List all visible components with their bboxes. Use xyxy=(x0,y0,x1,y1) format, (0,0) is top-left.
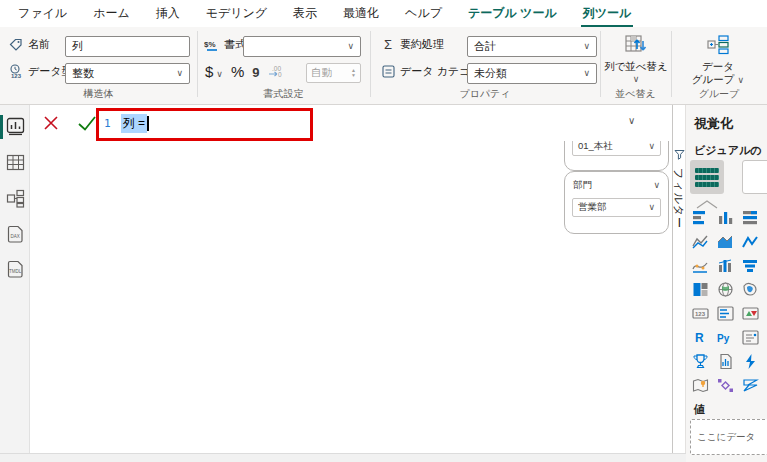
line-chart-icon[interactable] xyxy=(688,229,713,253)
column-name-input[interactable]: 列 xyxy=(65,36,190,57)
filter-pane-label: フィルター xyxy=(671,168,686,229)
chevron-down-icon: ∨ xyxy=(583,69,590,78)
svg-text:123: 123 xyxy=(11,73,22,79)
clustered-column-chart-icon[interactable] xyxy=(713,205,738,229)
visual-type-gallery: 123RPy xyxy=(688,205,767,397)
arcgis-map-icon[interactable] xyxy=(688,373,713,397)
auto-value: 自動 xyxy=(311,66,332,80)
stacked-bar-100-chart-icon[interactable] xyxy=(738,205,763,229)
decomposition-tree-icon[interactable] xyxy=(713,373,738,397)
name-label: 名前 xyxy=(28,37,50,52)
commit-formula-button[interactable] xyxy=(77,114,95,132)
datatype-select[interactable]: 整数 ∨ xyxy=(65,63,190,84)
svg-text:$%: $% xyxy=(204,40,216,49)
ribbon-tab-表示[interactable]: 表示 xyxy=(293,5,317,22)
chevron-down-icon: ∨ xyxy=(738,75,745,85)
model-view-button[interactable] xyxy=(6,189,25,208)
currency-format-button[interactable]: $∨ xyxy=(205,63,223,80)
funnel-chart-icon[interactable] xyxy=(738,253,763,277)
formula-bar-expand-chevron[interactable]: ∨ xyxy=(628,115,635,126)
chevron-down-icon: ∨ xyxy=(648,203,655,212)
tmdl-view-button[interactable]: TMDL xyxy=(6,260,25,279)
decimal-auto-spinner[interactable]: 自動 ▲▼ xyxy=(306,63,361,83)
slicer-visual-department[interactable]: 部門 ∨ 営業部 ∨ xyxy=(564,171,669,234)
stacked-area-chart-icon[interactable] xyxy=(738,229,763,253)
q-and-a-icon[interactable] xyxy=(688,349,713,373)
svg-text:R: R xyxy=(695,331,704,345)
python-visual-icon[interactable]: Py xyxy=(713,325,738,349)
format-visual-tab[interactable] xyxy=(742,160,767,194)
slicer-value: 営業部 xyxy=(578,201,607,214)
svg-text:TMDL: TMDL xyxy=(9,269,22,274)
properties-group-label: プロパティ xyxy=(370,87,600,101)
summarization-row: Σ 要約処理 xyxy=(380,37,444,52)
chevron-down-icon: ∨ xyxy=(176,69,183,78)
chevron-down-icon: ∨ xyxy=(347,42,354,51)
thousands-separator-button[interactable]: 9 xyxy=(252,65,259,80)
dax-query-view-button[interactable]: DAX xyxy=(6,225,25,244)
combo-chart-icon[interactable] xyxy=(688,253,713,277)
report-view-button[interactable] xyxy=(6,117,25,136)
formula-line-number: 1 xyxy=(104,117,111,130)
ribbon-tab-ヘルプ[interactable]: ヘルプ xyxy=(405,5,442,22)
sort-by-column-icon xyxy=(624,33,648,60)
decimal-places-icon[interactable]: .000 xyxy=(268,64,286,80)
build-visual-tab-selected[interactable] xyxy=(690,160,724,194)
table-view-button[interactable] xyxy=(6,153,25,172)
tag-icon xyxy=(8,38,24,52)
sort-by-column-button[interactable]: 列で並べ替え ∨ xyxy=(602,33,670,84)
formula-expression-selected: 列 = xyxy=(121,114,147,133)
datatype-value: 整数 xyxy=(72,66,94,81)
field-well-placeholder: ここにデータ xyxy=(697,431,755,444)
chevron-down-icon: ∨ xyxy=(653,181,660,190)
slicer-value: 01_本社 xyxy=(578,140,613,153)
stacked-bar-chart-icon[interactable] xyxy=(688,205,713,229)
area-chart-icon[interactable] xyxy=(713,229,738,253)
filter-funnel-icon[interactable] xyxy=(674,146,685,164)
slicer-dropdown[interactable]: 営業部 ∨ xyxy=(572,198,661,217)
summarization-select[interactable]: 合計 ∨ xyxy=(467,36,597,57)
waterfall-chart-icon[interactable] xyxy=(713,253,738,277)
data-category-select[interactable]: 未分類 ∨ xyxy=(467,63,597,84)
chevron-down-icon: ∨ xyxy=(633,75,640,84)
data-category-icon xyxy=(380,65,396,78)
power-apps-icon[interactable] xyxy=(738,373,763,397)
ribbon-tab-モデリング[interactable]: モデリング xyxy=(206,5,267,22)
power-automate-icon[interactable] xyxy=(738,349,763,373)
spinner-arrows-icon[interactable]: ▲▼ xyxy=(351,68,356,79)
formula-editor[interactable]: 1 列 = xyxy=(98,110,664,137)
multi-row-card-icon[interactable] xyxy=(713,301,738,325)
ribbon-tab-ファイル[interactable]: ファイル xyxy=(18,5,67,22)
cancel-formula-button[interactable] xyxy=(42,114,60,132)
ribbon-tab-テーブル ツール[interactable]: テーブル ツール xyxy=(468,5,557,22)
report-canvas[interactable]: 拠点 ∨ 01_本社 ∨ 部門 ∨ 営業部 ∨ xyxy=(30,105,672,453)
data-groups-label-line2: グループ ∨ xyxy=(692,73,744,86)
svg-text:123: 123 xyxy=(695,311,706,317)
values-field-well[interactable]: ここにデータ xyxy=(690,419,767,455)
treemap-icon[interactable] xyxy=(688,277,713,301)
key-influencers-icon[interactable] xyxy=(738,325,763,349)
ribbon-tab-最適化[interactable]: 最適化 xyxy=(343,5,379,22)
data-groups-label-line1: データ xyxy=(702,60,734,73)
ribbon-tab-挿入[interactable]: 挿入 xyxy=(156,5,180,22)
percent-format-button[interactable]: % xyxy=(231,63,244,80)
map-icon[interactable] xyxy=(713,277,738,301)
kpi-icon[interactable] xyxy=(738,301,763,325)
chevron-down-icon: ∨ xyxy=(216,69,223,79)
formula-bar: 1 列 = ∨ xyxy=(30,105,672,141)
svg-text:0: 0 xyxy=(278,71,282,78)
format-select[interactable]: ∨ xyxy=(243,36,361,57)
paginated-report-icon[interactable] xyxy=(713,349,738,373)
status-bar xyxy=(0,453,686,462)
summarization-value: 合計 xyxy=(474,39,496,54)
data-groups-button[interactable]: データ グループ ∨ xyxy=(678,33,758,86)
card-icon[interactable]: 123 xyxy=(688,301,713,325)
ribbon-tab-ホーム[interactable]: ホーム xyxy=(93,5,130,22)
active-view-indicator xyxy=(0,115,3,139)
ribbon-tab-列ツール[interactable]: 列ツール xyxy=(583,5,632,22)
datatype-123-icon: 123 xyxy=(8,64,24,79)
visualizations-pane: 視覚化 ビジュアルの 123RPy 値 ここにデータ xyxy=(686,105,767,462)
filled-map-icon[interactable] xyxy=(738,277,763,301)
r-script-visual-icon[interactable]: R xyxy=(688,325,713,349)
data-groups-icon xyxy=(706,33,730,60)
